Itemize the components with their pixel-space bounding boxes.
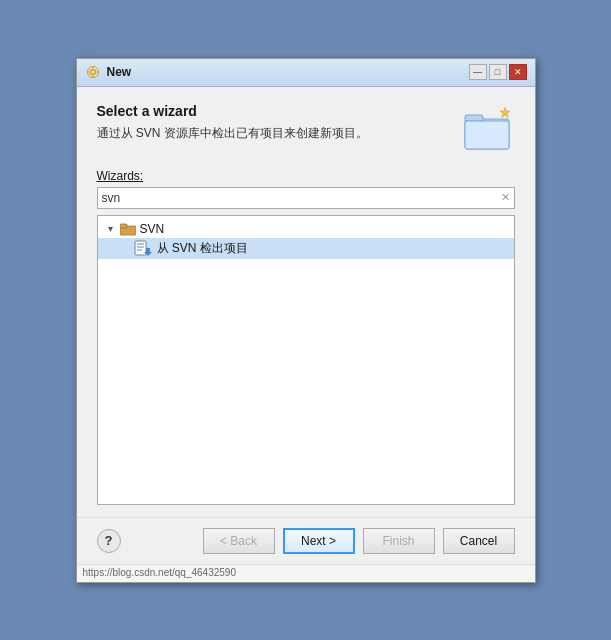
header-title: Select a wizard [97,103,453,119]
minimize-button[interactable]: — [469,64,487,80]
next-button[interactable]: Next > [283,528,355,554]
svg-marker-9 [500,107,510,118]
svn-checkout-icon [134,240,152,256]
tree-item-svn-checkout[interactable]: 从 SVN 检出项目 [98,238,514,259]
header-text: Select a wizard 通过从 SVN 资源库中检出已有项目来创建新项目… [97,103,453,142]
svn-root-label: SVN [140,222,165,236]
svg-rect-8 [465,121,509,149]
wizard-tree[interactable]: ▾ SVN [97,215,515,505]
tree-toggle-svn[interactable]: ▾ [104,222,118,236]
wizards-label: Wizards: [97,169,515,183]
svn-checkout-label: 从 SVN 检出项目 [157,240,248,257]
wizard-icon [463,103,515,155]
url-bar: https://blog.csdn.net/qq_46432590 [77,564,535,582]
help-button[interactable]: ? [97,529,121,553]
svg-rect-11 [120,224,127,228]
bottom-bar: ? < Back Next > Finish Cancel [77,517,535,564]
cancel-button[interactable]: Cancel [443,528,515,554]
svg-point-0 [90,70,95,75]
search-input[interactable] [102,191,501,205]
tree-item-svn-root[interactable]: ▾ SVN [98,220,514,238]
header-description: 通过从 SVN 资源库中检出已有项目来创建新项目。 [97,125,453,142]
back-button[interactable]: < Back [203,528,275,554]
finish-button[interactable]: Finish [363,528,435,554]
dialog-buttons: < Back Next > Finish Cancel [203,528,515,554]
svg-rect-12 [135,241,146,255]
title-bar: New — □ ✕ [77,59,535,87]
svn-folder-icon [120,222,136,236]
window-icon [85,64,101,80]
window-title: New [107,65,469,79]
svg-point-1 [87,67,98,78]
search-row: ✕ [97,187,515,209]
header-section: Select a wizard 通过从 SVN 资源库中检出已有项目来创建新项目… [97,103,515,155]
wizard-content: Select a wizard 通过从 SVN 资源库中检出已有项目来创建新项目… [77,87,535,517]
maximize-button[interactable]: □ [489,64,507,80]
window-controls: — □ ✕ [469,64,527,80]
close-button[interactable]: ✕ [509,64,527,80]
svg-rect-7 [465,115,483,121]
new-wizard-window: New — □ ✕ Select a wizard 通过从 SVN 资源库中检出… [76,58,536,583]
search-clear-icon[interactable]: ✕ [501,191,510,204]
